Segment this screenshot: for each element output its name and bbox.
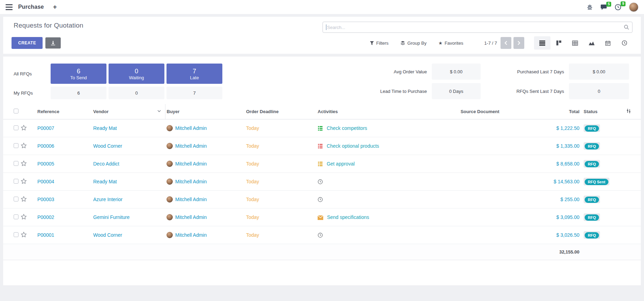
calendar-view-button[interactable]: [600, 36, 616, 50]
column-header-deadline[interactable]: Order Deadline: [245, 104, 316, 119]
buyer-cell[interactable]: Mitchell Admin: [175, 161, 207, 167]
column-header-buyer[interactable]: Buyer: [165, 104, 245, 119]
new-tab-button[interactable]: +: [53, 3, 57, 11]
vendor-cell[interactable]: Deco Addict: [92, 155, 165, 173]
all-rfqs-link[interactable]: All RFQs: [14, 71, 49, 76]
table-row[interactable]: P00007 Ready Mat Mitchell Admin Today Ch…: [3, 119, 641, 137]
kpi-avg-order-value-label: Avg Order Value: [369, 69, 427, 74]
to-send-card[interactable]: 6 To Send: [51, 64, 106, 84]
vendor-cell[interactable]: Ready Mat: [92, 173, 165, 191]
my-rfqs-link[interactable]: My RFQs: [14, 90, 49, 96]
buyer-cell[interactable]: Mitchell Admin: [175, 214, 207, 220]
waiting-card[interactable]: 0 Waiting: [109, 64, 164, 84]
table-row[interactable]: P00003 Azure Interior Mitchell Admin Tod…: [3, 191, 641, 208]
pager-next-button[interactable]: [513, 37, 524, 49]
favorite-star-icon[interactable]: [21, 214, 27, 220]
activity-view-button[interactable]: [616, 36, 632, 50]
buyer-cell[interactable]: Mitchell Admin: [175, 143, 207, 149]
create-button[interactable]: CREATE: [12, 37, 43, 49]
favorite-star-icon[interactable]: [21, 196, 27, 202]
column-header-status[interactable]: Status: [582, 104, 625, 119]
my-to-send-card[interactable]: 6: [51, 87, 106, 99]
pager-range: 1-7 / 7: [484, 41, 497, 46]
table-row[interactable]: P00004 Ready Mat Mitchell Admin Today $ …: [3, 173, 641, 191]
row-checkbox[interactable]: [14, 197, 18, 201]
reference-cell[interactable]: P00003: [36, 191, 92, 208]
select-all-checkbox[interactable]: [14, 109, 18, 113]
kanban-view-button[interactable]: [550, 36, 567, 50]
total-cell: $ 14,563.00: [533, 173, 582, 191]
vendor-cell[interactable]: Wood Corner: [92, 137, 165, 155]
column-header-source[interactable]: Source Document: [427, 104, 533, 119]
row-checkbox[interactable]: [14, 125, 18, 130]
activity-label[interactable]: Check competitors: [327, 125, 367, 131]
view-switcher: [534, 36, 632, 50]
row-checkbox[interactable]: [14, 161, 18, 166]
column-header-reference[interactable]: Reference: [36, 104, 92, 119]
activity-cell[interactable]: Send specifications: [316, 208, 427, 226]
activity-cell[interactable]: Check competitors: [316, 119, 427, 137]
debug-bug-icon[interactable]: [587, 4, 593, 10]
my-waiting-card[interactable]: 0: [109, 87, 164, 99]
row-checkbox[interactable]: [14, 232, 18, 237]
search-input[interactable]: [323, 22, 632, 33]
activity-label[interactable]: Get approval: [327, 161, 355, 167]
table-row[interactable]: P00005 Deco Addict Mitchell Admin Today …: [3, 155, 641, 173]
column-header-total[interactable]: Total: [533, 104, 582, 119]
buyer-cell[interactable]: Mitchell Admin: [175, 197, 207, 202]
column-header-vendor[interactable]: Vendor: [92, 104, 165, 119]
reference-cell[interactable]: P00001: [36, 226, 92, 244]
vendor-cell[interactable]: Wood Corner: [92, 226, 165, 244]
app-title[interactable]: Purchase: [18, 4, 44, 10]
reference-cell[interactable]: P00002: [36, 208, 92, 226]
activity-label[interactable]: Send specifications: [327, 214, 369, 220]
row-checkbox[interactable]: [14, 143, 18, 148]
activity-cell[interactable]: Get approval: [316, 155, 427, 173]
row-checkbox[interactable]: [14, 214, 18, 219]
export-button[interactable]: [45, 37, 61, 49]
waiting-count: 0: [135, 67, 138, 75]
messages-icon[interactable]: 5: [600, 4, 607, 10]
table-row[interactable]: P00001 Wood Corner Mitchell Admin Today …: [3, 226, 641, 244]
column-header-activities[interactable]: Activities: [316, 104, 427, 119]
favorites-button[interactable]: ★ Favorites: [438, 41, 463, 46]
favorite-star-icon[interactable]: [21, 178, 27, 184]
activity-cell[interactable]: Check optional products: [316, 137, 427, 155]
late-card[interactable]: 7 Late: [166, 64, 222, 84]
kpi-rfqs-sent-7days-label: RFQs Sent Last 7 Days: [486, 89, 564, 94]
reference-cell[interactable]: P00005: [36, 155, 92, 173]
pivot-view-button[interactable]: [567, 36, 583, 50]
activity-cell[interactable]: [316, 191, 427, 208]
apps-menu-icon[interactable]: [6, 4, 13, 10]
vendor-cell[interactable]: Ready Mat: [92, 119, 165, 137]
favorite-star-icon[interactable]: [21, 232, 27, 238]
favorite-star-icon[interactable]: [21, 125, 27, 131]
buyer-cell[interactable]: Mitchell Admin: [175, 232, 207, 238]
reference-cell[interactable]: P00006: [36, 137, 92, 155]
activities-clock-icon[interactable]: 9: [615, 4, 621, 10]
favorite-star-icon[interactable]: [21, 142, 27, 149]
vendor-cell[interactable]: Azure Interior: [92, 191, 165, 208]
table-row[interactable]: P00006 Wood Corner Mitchell Admin Today …: [3, 137, 641, 155]
pager-previous-button[interactable]: [501, 37, 511, 49]
user-avatar[interactable]: [629, 2, 638, 12]
row-checkbox[interactable]: [14, 179, 18, 184]
filters-button[interactable]: Filters: [370, 41, 388, 46]
activity-cell[interactable]: [316, 173, 427, 191]
graph-view-icon: [589, 41, 595, 45]
list-view-button[interactable]: [534, 36, 550, 50]
activity-cell[interactable]: [316, 226, 427, 244]
my-late-card[interactable]: 7: [166, 87, 222, 99]
buyer-cell[interactable]: Mitchell Admin: [175, 125, 207, 131]
group-by-button[interactable]: Group By: [400, 41, 427, 46]
favorite-star-icon[interactable]: [21, 160, 27, 167]
table-row[interactable]: P00002 Gemini Furniture Mitchell Admin T…: [3, 208, 641, 226]
reference-cell[interactable]: P00007: [36, 119, 92, 137]
activity-label[interactable]: Check optional products: [327, 143, 379, 149]
reference-cell[interactable]: P00004: [36, 173, 92, 191]
vendor-cell[interactable]: Gemini Furniture: [92, 208, 165, 226]
search-icon[interactable]: [624, 24, 629, 30]
optional-columns-icon[interactable]: [626, 109, 631, 113]
graph-view-button[interactable]: [583, 36, 600, 50]
buyer-cell[interactable]: Mitchell Admin: [175, 179, 207, 184]
